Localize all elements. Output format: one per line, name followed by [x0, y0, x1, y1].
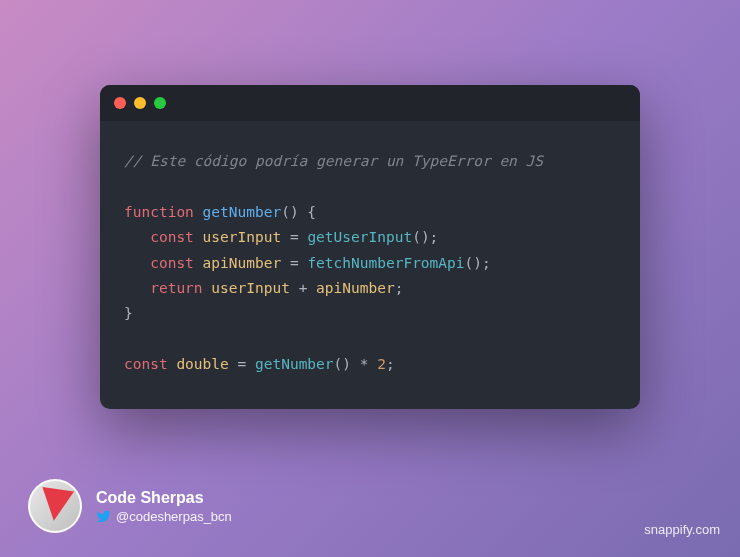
window-titlebar [100, 85, 640, 121]
author-handle: @codesherpas_bcn [116, 509, 232, 524]
minimize-icon[interactable] [134, 97, 146, 109]
keyword-return: return [150, 280, 202, 296]
var-userInput: userInput [203, 229, 282, 245]
watermark: snappify.com [644, 522, 720, 537]
avatar [28, 479, 82, 533]
call-getUserInput: getUserInput [307, 229, 412, 245]
call-fetchNumberFromApi: fetchNumberFromApi [307, 255, 464, 271]
avatar-logo-icon [38, 487, 74, 523]
twitter-icon [96, 509, 111, 524]
var-double: double [176, 356, 228, 372]
code-comment: // Este código podría generar un TypeErr… [124, 153, 543, 169]
func-name: getNumber [203, 204, 282, 220]
code-block: // Este código podría generar un TypeErr… [100, 121, 640, 409]
maximize-icon[interactable] [154, 97, 166, 109]
var-apiNumber: apiNumber [203, 255, 282, 271]
code-window: // Este código podría generar un TypeErr… [100, 85, 640, 409]
author-footer: Code Sherpas @codesherpas_bcn [28, 479, 232, 533]
keyword-function: function [124, 204, 194, 220]
keyword-const: const [150, 229, 194, 245]
number-literal: 2 [377, 356, 386, 372]
close-icon[interactable] [114, 97, 126, 109]
author-name: Code Sherpas [96, 489, 232, 507]
